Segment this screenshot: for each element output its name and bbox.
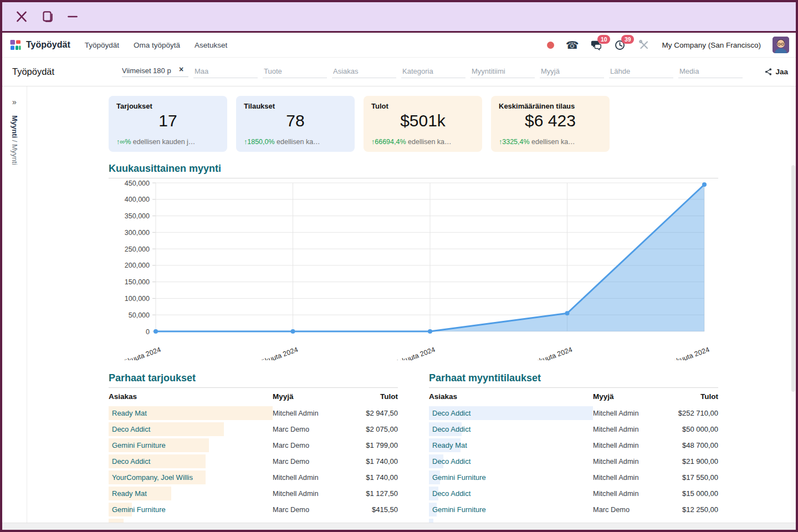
- kpi-label: Tarjoukset: [116, 102, 219, 110]
- svg-text:150,000: 150,000: [125, 278, 150, 286]
- menu-item-oma-tyopoyta[interactable]: Oma työpöytä: [134, 41, 180, 49]
- menu-item-tyopoydat[interactable]: Työpöydät: [85, 41, 119, 49]
- amount-cell: $17 550,00: [658, 473, 718, 482]
- table-row[interactable]: Gemini FurnitureMarc Demo$1 799,00: [109, 437, 398, 453]
- column-header-myyja: Myyjä: [593, 392, 658, 401]
- svg-text:lokakuuta 2024: lokakuuta 2024: [664, 346, 711, 360]
- salesperson-cell: Mitchell Admin: [593, 473, 658, 482]
- kpi-delta: ↑66694,4% edellisen ka…: [371, 138, 474, 146]
- table-row[interactable]: Deco AddictMitchell Admin$21 900,00: [429, 453, 718, 469]
- active-filter-label: Viimeiset 180 p: [122, 66, 177, 75]
- best-sales-orders-section: Parhaat myyntitilaukset Asiakas Myyjä Tu…: [429, 372, 718, 530]
- active-filter-chip[interactable]: Viimeiset 180 p ×: [122, 66, 188, 77]
- kpi-card-keskimaarainen-tilaus[interactable]: Keskimääräinen tilaus $6 423 ↑3325,4% ed…: [491, 96, 610, 152]
- monthly-sales-chart[interactable]: 050,000100,000150,000200,000250,000300,0…: [109, 178, 718, 360]
- customer-link[interactable]: Ready Mat: [429, 441, 467, 449]
- top-navbar: Työpöydät Työpöydät Oma työpöytä Asetuks…: [2, 33, 796, 58]
- app-name[interactable]: Työpöydät: [26, 40, 70, 50]
- kpi-label: Tulot: [371, 102, 474, 110]
- svg-text:heinäkuuta 2024: heinäkuuta 2024: [248, 346, 299, 360]
- svg-text:elokuuta 2024: elokuuta 2024: [392, 346, 436, 360]
- close-icon[interactable]: [14, 9, 29, 24]
- minimize-icon[interactable]: [65, 9, 80, 24]
- svg-text:400,000: 400,000: [125, 196, 150, 203]
- customer-link[interactable]: Ready Mat: [109, 489, 147, 498]
- customer-link[interactable]: Deco Addict: [429, 409, 470, 417]
- sidebar-breadcrumb-secondary: / Myynti: [11, 138, 19, 165]
- control-panel: Työpöydät Viimeiset 180 p × Jaa: [2, 58, 796, 86]
- salesperson-cell: Mitchell Admin: [593, 489, 658, 498]
- table-row[interactable]: Deco AddictMarc Demo$1 740,00: [109, 453, 398, 469]
- table-header: Asiakas Myyjä Tulot: [109, 388, 398, 405]
- table-row[interactable]: Deco AddictMitchell Admin$252 710,00: [429, 405, 718, 421]
- company-name[interactable]: My Company (San Francisco): [662, 41, 761, 49]
- phone-icon[interactable]: ☎: [566, 40, 579, 50]
- avatar[interactable]: [773, 37, 789, 53]
- salesperson-cell: Marc Demo: [273, 425, 338, 433]
- svg-text:100,000: 100,000: [125, 295, 150, 303]
- activities-button[interactable]: 39: [614, 39, 626, 51]
- table-row[interactable]: Deco AddictMarc Demo$2 075,00: [109, 421, 398, 437]
- sidebar-breadcrumb: Myynti / Myynti: [11, 115, 19, 165]
- filter-input-maa[interactable]: [193, 66, 258, 78]
- tables-row: Parhaat tarjoukset Asiakas Myyjä Tulot R…: [109, 372, 796, 530]
- customer-link[interactable]: Deco Addict: [429, 457, 470, 466]
- table-row[interactable]: Gemini FurnitureMarc Demo$415,50: [109, 502, 398, 518]
- svg-text:450,000: 450,000: [125, 180, 150, 187]
- customer-link[interactable]: Gemini Furniture: [109, 441, 166, 449]
- chart-title: Kuukausittainen myynti: [109, 163, 718, 178]
- table-header: Asiakas Myyjä Tulot: [429, 388, 718, 405]
- salesperson-cell: Mitchell Admin: [593, 441, 658, 449]
- tools-icon[interactable]: [638, 39, 650, 51]
- filter-input-myyja[interactable]: [540, 66, 604, 78]
- customer-link[interactable]: Gemini Furniture: [429, 473, 486, 482]
- table-row[interactable]: Ready MatMitchell Admin$1 127,50: [109, 485, 398, 502]
- kpi-label: Tilaukset: [244, 102, 347, 110]
- filter-input-asiakas[interactable]: [332, 66, 396, 78]
- filter-input-lahde[interactable]: [609, 66, 673, 78]
- table-row[interactable]: Ready MatMitchell Admin$2 947,50: [109, 405, 398, 421]
- menu-item-asetukset[interactable]: Asetukset: [195, 41, 227, 49]
- kpi-card-tarjoukset[interactable]: Tarjoukset 17 ↑∞% edellisen kauden j…: [109, 96, 227, 152]
- filter-clear-icon[interactable]: ×: [179, 65, 183, 73]
- kpi-card-tilaukset[interactable]: Tilaukset 78 ↑1850,0% edellisen ka…: [236, 96, 355, 152]
- table-row[interactable]: YourCompany, Joel WillisMitchell Admin$1…: [109, 469, 398, 485]
- amount-cell: $252 710,00: [658, 409, 718, 417]
- table-row[interactable]: Ready MatMitchell Admin$48 700,00: [429, 437, 718, 453]
- salesperson-cell: Marc Demo: [273, 457, 338, 466]
- messages-button[interactable]: 10: [590, 39, 602, 51]
- kpi-value: $6 423: [499, 110, 602, 138]
- customer-link[interactable]: Deco Addict: [429, 425, 470, 433]
- customer-link[interactable]: Ready Mat: [109, 409, 147, 417]
- customer-link[interactable]: Deco Addict: [429, 489, 470, 498]
- table-row[interactable]: Deco AddictMitchell Admin$50 000,00: [429, 421, 718, 437]
- salesperson-cell: Marc Demo: [273, 441, 338, 449]
- filter-input-myyntitiimi[interactable]: [470, 66, 535, 78]
- horizontal-scrollbar-track[interactable]: [2, 523, 796, 530]
- filter-input-tuote[interactable]: [263, 66, 327, 78]
- amount-cell: $21 900,00: [658, 457, 718, 466]
- restore-icon[interactable]: [40, 9, 54, 24]
- vertical-scrollbar[interactable]: [791, 86, 796, 523]
- share-button[interactable]: Jaa: [764, 68, 788, 76]
- sidebar-rail: » Myynti / Myynti: [2, 86, 27, 530]
- table-row[interactable]: Gemini FurnitureMarc Demo$12 250,00: [429, 502, 718, 518]
- filter-input-kategoria[interactable]: [401, 66, 466, 78]
- table-row[interactable]: Gemini FurnitureMitchell Admin$17 550,00: [429, 469, 718, 485]
- presence-dot-icon: [547, 42, 554, 49]
- customer-link[interactable]: YourCompany, Joel Willis: [109, 473, 193, 482]
- page-title: Työpöydät: [12, 66, 122, 77]
- customer-link[interactable]: Gemini Furniture: [109, 505, 166, 514]
- apps-grid-icon[interactable]: [10, 39, 21, 50]
- customer-link[interactable]: Gemini Furniture: [429, 505, 486, 514]
- filter-input-media[interactable]: [678, 66, 743, 78]
- kpi-card-tulot[interactable]: Tulot $501k ↑66694,4% edellisen ka…: [364, 96, 482, 152]
- filter-bar: Viimeiset 180 p × Jaa: [122, 66, 788, 78]
- table-title: Parhaat myyntitilaukset: [429, 372, 718, 388]
- customer-link[interactable]: Deco Addict: [109, 457, 150, 466]
- customer-link[interactable]: Deco Addict: [109, 425, 150, 433]
- window-titlebar: [2, 2, 796, 33]
- table-row[interactable]: Deco AddictMitchell Admin$15 000,00: [429, 485, 718, 502]
- sidebar-expand-icon[interactable]: »: [12, 98, 17, 106]
- salesperson-cell: Mitchell Admin: [593, 425, 658, 433]
